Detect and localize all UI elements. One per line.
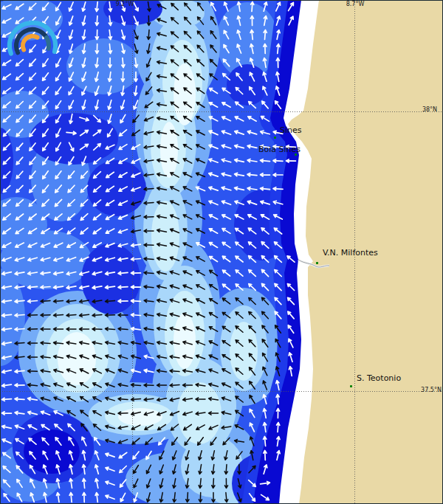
place-marker-vn-milfontes <box>316 262 318 264</box>
place-marker-boia-sines <box>295 153 297 156</box>
map-canvas: 9.2°W 8.7°W 38°N 37.5°N Sines Boia Sines… <box>0 0 443 504</box>
place-marker-s-teotonio <box>350 385 352 387</box>
place-marker-sines <box>274 137 276 139</box>
ocean-field-layer <box>0 0 443 504</box>
